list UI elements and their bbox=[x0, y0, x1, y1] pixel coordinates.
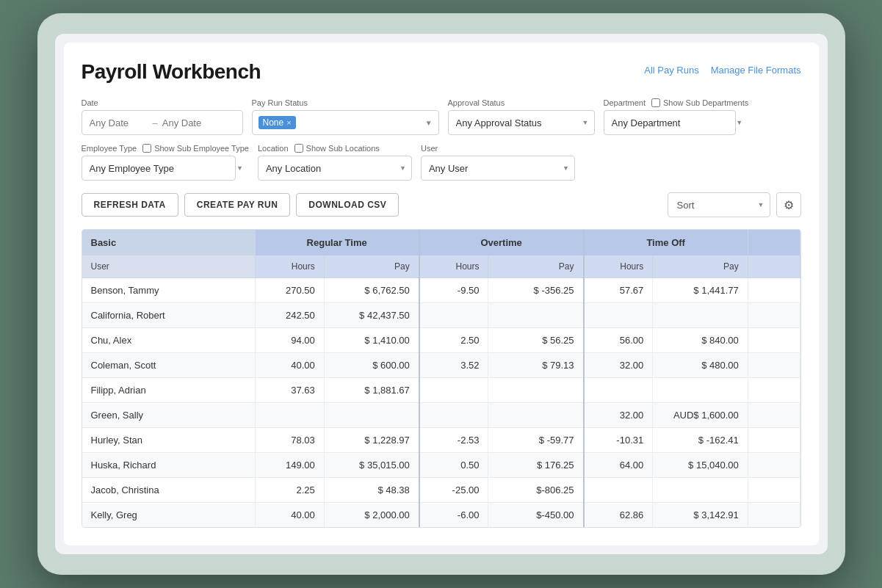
department-select-wrapper: Any Department bbox=[604, 110, 749, 135]
show-sub-locations-label[interactable]: Show Sub Locations bbox=[294, 144, 380, 153]
table-cell bbox=[419, 303, 488, 328]
table-cell: $ 2,000.00 bbox=[324, 503, 419, 528]
table-cell bbox=[419, 403, 488, 428]
table-cell bbox=[419, 378, 488, 403]
payroll-table: Basic Regular Time Overtime Time Off Use… bbox=[82, 230, 800, 527]
user-select[interactable]: Any User bbox=[421, 156, 575, 181]
employee-type-filter-group: Employee Type Show Sub Employee Type Any… bbox=[82, 144, 249, 181]
table-cell bbox=[748, 403, 800, 428]
table-cell bbox=[748, 328, 800, 353]
sort-wrapper: Sort ⚙ bbox=[668, 192, 801, 217]
department-select[interactable]: Any Department bbox=[604, 110, 736, 135]
show-sub-departments-label[interactable]: Show Sub Departments bbox=[651, 98, 748, 107]
download-csv-button[interactable]: DOWNLOAD CSV bbox=[296, 193, 399, 217]
table-cell: $ 79.13 bbox=[488, 353, 584, 378]
table-cell: Kelly, Greg bbox=[82, 503, 256, 528]
table-cell: $-450.00 bbox=[488, 503, 584, 528]
table-cell: -6.00 bbox=[419, 503, 488, 528]
location-label: Location bbox=[258, 144, 289, 153]
show-sub-employee-type-checkbox[interactable] bbox=[142, 144, 151, 153]
show-sub-employee-type-label[interactable]: Show Sub Employee Type bbox=[142, 144, 249, 153]
table-cell: 242.50 bbox=[255, 303, 324, 328]
table-cell: 149.00 bbox=[255, 453, 324, 478]
date-from-input[interactable] bbox=[90, 117, 148, 128]
table-cell: $ -59.77 bbox=[488, 428, 584, 453]
gear-button[interactable]: ⚙ bbox=[776, 192, 801, 217]
date-separator: – bbox=[153, 117, 158, 128]
table-row: Hurley, Stan78.03$ 1,228.97-2.53$ -59.77… bbox=[82, 428, 800, 453]
table-cell: -2.53 bbox=[419, 428, 488, 453]
date-input-group[interactable]: – bbox=[82, 110, 243, 135]
user-label: User bbox=[421, 144, 575, 153]
sort-select-wrapper: Sort bbox=[668, 192, 770, 217]
table-cell: $ 35,015.00 bbox=[324, 453, 419, 478]
col-header-user: User bbox=[82, 255, 256, 278]
table-cell: $ 1,881.67 bbox=[324, 378, 419, 403]
table-row: Chu, Alex94.00$ 1,410.002.50$ 56.2556.00… bbox=[82, 328, 800, 353]
table-cell: Coleman, Scott bbox=[82, 353, 256, 378]
approval-status-label: Approval Status bbox=[448, 98, 595, 107]
show-sub-departments-checkbox[interactable] bbox=[651, 98, 660, 107]
manage-file-formats-link[interactable]: Manage File Formats bbox=[711, 65, 801, 76]
date-filter-group: Date – bbox=[82, 98, 243, 135]
approval-status-select[interactable]: Any Approval Status bbox=[448, 110, 595, 135]
pay-run-status-text-input[interactable] bbox=[299, 117, 422, 128]
table-cell: $ 56.25 bbox=[488, 328, 584, 353]
table-cell bbox=[488, 378, 584, 403]
col-header-to-pay: Pay bbox=[653, 255, 748, 278]
create-pay-run-button[interactable]: CREATE PAY RUN bbox=[184, 193, 291, 217]
col-header-to-hours: Hours bbox=[584, 255, 653, 278]
none-tag[interactable]: None × bbox=[259, 116, 296, 129]
department-label: Department bbox=[604, 98, 646, 107]
table-cell: Huska, Richard bbox=[82, 453, 256, 478]
pay-run-status-chevron-icon[interactable]: ▼ bbox=[425, 119, 433, 127]
data-table-container: Basic Regular Time Overtime Time Off Use… bbox=[82, 229, 801, 528]
approval-status-select-wrapper: Any Approval Status bbox=[448, 110, 595, 135]
col-header-ot-pay: Pay bbox=[488, 255, 584, 278]
department-label-row: Department Show Sub Departments bbox=[604, 98, 749, 107]
all-pay-runs-link[interactable]: All Pay Runs bbox=[644, 65, 698, 76]
table-cell bbox=[748, 453, 800, 478]
table-cell: 40.00 bbox=[255, 353, 324, 378]
table-col-header-row: User Hours Pay Hours Pay Hours Pay bbox=[82, 255, 800, 278]
pay-run-status-input[interactable]: None × ▼ bbox=[252, 110, 439, 135]
date-label: Date bbox=[82, 98, 243, 107]
gear-icon: ⚙ bbox=[784, 198, 794, 212]
table-cell: $ 3,142.91 bbox=[653, 503, 748, 528]
show-sub-departments-text: Show Sub Departments bbox=[663, 98, 748, 107]
location-label-row: Location Show Sub Locations bbox=[258, 144, 412, 153]
none-tag-close[interactable]: × bbox=[286, 118, 291, 127]
table-row: Jacob, Christina2.25$ 48.38-25.00$-806.2… bbox=[82, 478, 800, 503]
table-cell: Benson, Tammy bbox=[82, 278, 256, 303]
refresh-data-button[interactable]: REFRESH DATA bbox=[82, 193, 178, 217]
table-cell: Filipp, Adrian bbox=[82, 378, 256, 403]
table-cell: -10.31 bbox=[584, 428, 653, 453]
table-cell: $ 1,228.97 bbox=[324, 428, 419, 453]
sort-select[interactable]: Sort bbox=[668, 192, 770, 217]
show-sub-locations-checkbox[interactable] bbox=[294, 144, 303, 153]
location-select-wrapper: Any Location bbox=[258, 156, 412, 181]
col-header-reg-pay: Pay bbox=[324, 255, 419, 278]
table-cell: -9.50 bbox=[419, 278, 488, 303]
table-cell: 62.86 bbox=[584, 503, 653, 528]
table-cell bbox=[748, 478, 800, 503]
table-cell: Hurley, Stan bbox=[82, 428, 256, 453]
table-cell: $-806.25 bbox=[488, 478, 584, 503]
date-to-input[interactable] bbox=[162, 117, 221, 128]
table-cell bbox=[324, 403, 419, 428]
table-cell: 57.67 bbox=[584, 278, 653, 303]
user-filter-group: User Any User bbox=[421, 144, 575, 181]
employee-type-select[interactable]: Any Employee Type bbox=[82, 156, 236, 181]
table-cell: 0.50 bbox=[419, 453, 488, 478]
table-cell: $ 15,040.00 bbox=[653, 453, 748, 478]
table-cell: -25.00 bbox=[419, 478, 488, 503]
location-select[interactable]: Any Location bbox=[258, 156, 412, 181]
col-header-reg-hours: Hours bbox=[255, 255, 324, 278]
table-row: Benson, Tammy270.50$ 6,762.50-9.50$ -356… bbox=[82, 278, 800, 303]
location-filter-group: Location Show Sub Locations Any Location bbox=[258, 144, 412, 181]
table-cell: $ 176.25 bbox=[488, 453, 584, 478]
table-row: Coleman, Scott40.00$ 600.003.52$ 79.1332… bbox=[82, 353, 800, 378]
employee-type-label: Employee Type bbox=[82, 144, 137, 153]
table-cell bbox=[748, 378, 800, 403]
table-cell bbox=[488, 403, 584, 428]
